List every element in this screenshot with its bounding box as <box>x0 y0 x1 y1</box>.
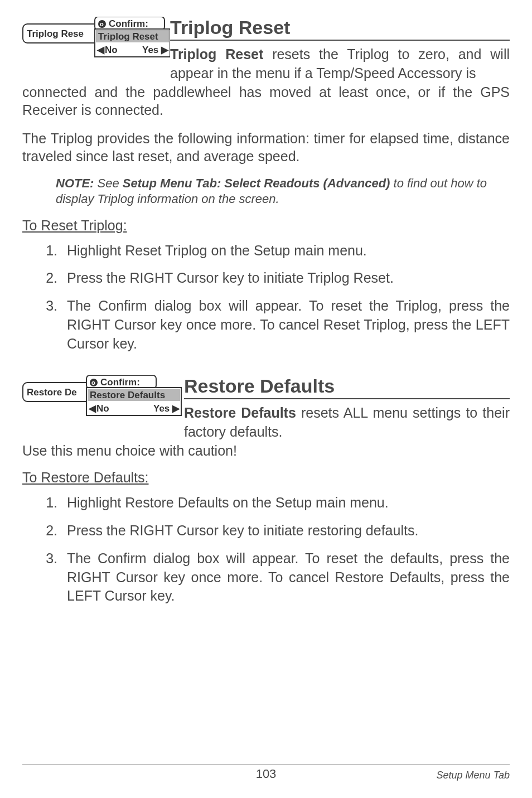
section-triplog-reset: Triplog Rese o Confirm: Triplog Reset ◀ … <box>22 17 510 353</box>
svg-text:No: No <box>105 45 118 55</box>
list-item: Highlight Restore Defaults on the Setup … <box>61 494 510 512</box>
footer-label: Setup Menu Tab <box>437 770 510 781</box>
svg-text:Confirm:: Confirm: <box>109 18 148 29</box>
triplog-title: Triplog Reset <box>170 17 510 41</box>
restore-intro: Restore Defaults resets ALL menu setting… <box>184 404 510 442</box>
triplog-subhead: To Reset Triplog: <box>22 217 510 234</box>
restore-title: Restore Defaults <box>184 375 510 399</box>
triplog-reset-graphic: Triplog Rese o Confirm: Triplog Reset ◀ … <box>22 17 170 61</box>
header-row-2: Restore De o Confirm: Restore Defaults ◀… <box>22 375 510 442</box>
svg-text:Restore Defaults: Restore Defaults <box>90 390 165 400</box>
triplog-intro: Triplog Reset resets the Triplog to zero… <box>170 45 510 83</box>
restore-steps: Highlight Restore Defaults on the Setup … <box>61 494 510 606</box>
list-item: The Confirm dialog box will appear. To r… <box>61 549 510 606</box>
restore-para2: Use this menu choice with caution! <box>22 442 510 460</box>
restore-defaults-graphic: Restore De o Confirm: Restore Defaults ◀… <box>22 375 184 419</box>
triplog-continuation: connected and the paddlewheel has moved … <box>22 83 510 119</box>
svg-text:▶: ▶ <box>172 403 180 414</box>
list-item: Highlight Reset Triplog on the Setup mai… <box>61 241 510 260</box>
list-item: The Confirm dialog box will appear. To r… <box>61 297 510 353</box>
svg-text:o: o <box>100 21 104 27</box>
header-text: Triplog Reset Triplog Reset resets the T… <box>170 17 510 83</box>
svg-text:Yes: Yes <box>142 45 158 55</box>
svg-text:◀: ◀ <box>88 403 96 414</box>
svg-text:o: o <box>91 379 95 386</box>
svg-text:Restore De: Restore De <box>27 387 77 398</box>
triplog-note: NOTE: See Setup Menu Tab: Select Readout… <box>56 176 510 207</box>
list-item: Press the RIGHT Cursor key to initiate T… <box>61 269 510 288</box>
page-footer: 103 Setup Menu Tab <box>22 765 510 781</box>
svg-text:◀: ◀ <box>96 45 105 55</box>
svg-text:Confirm:: Confirm: <box>100 377 140 388</box>
header-text-2: Restore Defaults Restore Defaults resets… <box>184 375 510 442</box>
page-number: 103 <box>256 767 277 781</box>
svg-text:Triplog Reset: Triplog Reset <box>98 31 158 42</box>
svg-text:No: No <box>96 403 109 414</box>
restore-subhead: To Restore Defaults: <box>22 470 510 486</box>
section-restore-defaults: Restore De o Confirm: Restore Defaults ◀… <box>22 375 510 606</box>
back-label: Triplog Rese <box>27 28 84 39</box>
svg-text:Yes: Yes <box>153 403 170 414</box>
list-item: Press the RIGHT Cursor key to initiate r… <box>61 521 510 540</box>
triplog-para2: The Triplog provides the following infor… <box>22 129 510 166</box>
header-row: Triplog Rese o Confirm: Triplog Reset ◀ … <box>22 17 510 83</box>
triplog-steps: Highlight Reset Triplog on the Setup mai… <box>61 241 510 354</box>
svg-text:▶: ▶ <box>161 45 169 55</box>
